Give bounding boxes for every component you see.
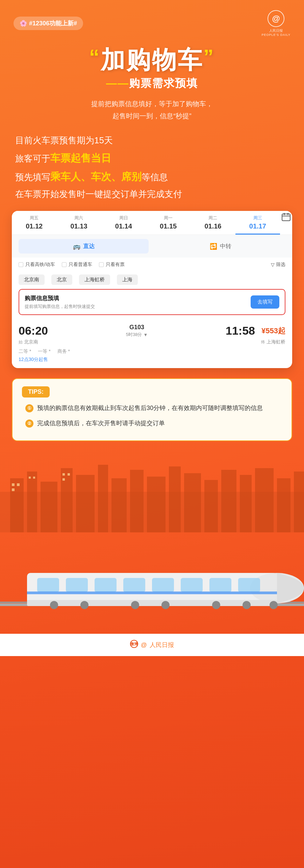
calendar-icon[interactable] (280, 211, 292, 223)
svg-rect-22 (12, 483, 15, 486)
svg-rect-12 (130, 470, 144, 532)
train-main-row: 06:20 G103 5时38分 ▼ 11:58 ¥553起 (19, 324, 285, 338)
dropdown-icon[interactable]: ▼ (143, 332, 148, 337)
svg-rect-10 (98, 465, 108, 532)
tab-row: 🚌 直达 🔁 中转 (12, 235, 292, 258)
logo-at-icon: @ (272, 14, 280, 23)
tip-number-1: ① (25, 404, 33, 412)
hero-desc-line1: 提前把购票信息填好，等于加了购物车， (91, 100, 213, 107)
page-header: 🌸 #12306功能上新# @ 人民日报 PEOPLE'S DAILY (0, 0, 304, 40)
svg-rect-7 (41, 482, 57, 532)
svg-rect-20 (277, 478, 290, 532)
svg-rect-39 (152, 578, 174, 592)
svg-rect-34 (27, 600, 277, 606)
date-item-3[interactable]: 周一 01.15 (146, 211, 191, 235)
train-depart-time: 06:20 (19, 324, 52, 337)
prefill-button[interactable]: 去填写 (251, 295, 279, 309)
info-line-3: 预先填写乘车人、车次、席别等信息 (15, 169, 289, 184)
filter-regular[interactable]: 只看普通车 (62, 262, 92, 268)
svg-rect-40 (181, 578, 203, 592)
svg-rect-21 (294, 472, 304, 532)
depart-label: 始 (19, 340, 23, 344)
quote-open: “ (89, 45, 101, 68)
train-arrive-time: 11:58 (221, 324, 255, 337)
bottom-footer: 微博 @ 人民日报 (0, 634, 304, 656)
seat-first: 一等 * (38, 348, 50, 355)
filter-highspeed[interactable]: 只看高铁/动车 (19, 262, 55, 268)
logo-badge: @ 人民日报 PEOPLE'S DAILY (261, 10, 290, 37)
svg-rect-16 (204, 480, 218, 532)
main-title-text: 加购物车 (101, 46, 203, 73)
tab-transfer[interactable]: 🔁 中转 (155, 239, 285, 254)
train-image-area (0, 532, 304, 634)
date-row: 周五 01.12 周六 01.13 周日 01.14 周一 01.15 周二 0… (12, 211, 292, 235)
checkbox-available[interactable] (99, 262, 104, 267)
train-info: 06:20 G103 5时38分 ▼ 11:58 ¥553起 始 北京南 终 上… (12, 320, 292, 368)
station-beijing-south[interactable]: 北京南 (19, 274, 45, 285)
svg-rect-6 (27, 472, 37, 532)
train-price: ¥553起 (255, 326, 285, 336)
train-stations-row: 始 北京南 终 上海虹桥 (19, 339, 285, 345)
hashtag-text: #12306功能上新# (29, 19, 77, 27)
info-line3-highlight: 乘车人、车次、席别 (50, 171, 142, 182)
filter-highspeed-label: 只看高铁/动车 (25, 262, 55, 268)
date-number-3: 01.15 (160, 222, 177, 230)
svg-rect-1 (284, 213, 285, 215)
date-number-0: 01.12 (26, 222, 43, 230)
svg-rect-18 (240, 475, 252, 532)
sale-time: 12点30分起售 (19, 357, 285, 363)
station-shanghai[interactable]: 上海 (117, 274, 138, 285)
prefill-info: 购票信息预填 提前填写购票信息，起售时快速提交 (25, 294, 95, 310)
svg-rect-19 (255, 468, 274, 532)
filter-btn-label: 筛选 (276, 262, 285, 268)
tips-header: TIPS: (22, 386, 50, 397)
date-weekday-1: 周六 (74, 215, 83, 221)
date-number-5: 01.17 (249, 222, 266, 230)
svg-rect-42 (238, 578, 260, 592)
filter-available[interactable]: 只看有票 (99, 262, 125, 268)
date-item-5[interactable]: 周三 01.17 (235, 211, 280, 235)
quote-close: ” (203, 45, 215, 68)
checkbox-highspeed[interactable] (19, 262, 23, 267)
svg-rect-17 (221, 470, 236, 532)
logo-sub: PEOPLE'S DAILY (261, 33, 290, 37)
svg-rect-0 (282, 214, 290, 221)
cherry-blossom-icon: 🌸 (20, 20, 27, 27)
seat-business: 商务 * (57, 348, 70, 355)
station-beijing[interactable]: 北京 (51, 274, 72, 285)
date-item-4[interactable]: 周二 01.16 (191, 211, 235, 235)
tab-transfer-label: 中转 (220, 242, 231, 250)
svg-rect-5 (10, 478, 24, 532)
train-number: G103 (129, 324, 144, 331)
svg-rect-13 (147, 477, 166, 532)
filter-icon: ▽ (271, 262, 275, 267)
arrive-station: 终 上海虹桥 (252, 339, 285, 345)
svg-rect-26 (33, 477, 35, 479)
depart-station-name: 北京南 (24, 339, 38, 344)
date-number-2: 01.14 (115, 222, 132, 230)
svg-rect-41 (209, 578, 231, 592)
prefill-banner: 购票信息预填 提前填写购票信息，起售时快速提交 去填写 (19, 289, 285, 315)
date-item-0[interactable]: 周五 01.12 (12, 211, 56, 235)
svg-rect-14 (169, 466, 181, 532)
svg-rect-25 (29, 477, 31, 479)
hero-desc-line2: 起售时间一到，信息“秒提” (112, 112, 191, 120)
ticket-card: 周五 01.12 周六 01.13 周日 01.14 周一 01.15 周二 0… (12, 211, 292, 368)
city-skyline (0, 451, 304, 532)
station-shanghai-hongqiao[interactable]: 上海虹桥 (79, 274, 110, 285)
svg-text:微博: 微博 (130, 642, 138, 646)
tab-direct[interactable]: 🚌 直达 (19, 239, 149, 254)
date-weekday-0: 周五 (30, 215, 39, 221)
info-line-2: 旅客可于车票起售当日 (15, 150, 289, 166)
hero-subtitle: ——购票需求预填 (14, 76, 290, 91)
arrive-label: 终 (261, 340, 265, 344)
filter-btn[interactable]: ▽ 筛选 (271, 262, 285, 268)
seat-row: 二等 * 一等 * 商务 * (19, 348, 285, 355)
svg-rect-2 (287, 213, 288, 215)
date-number-4: 01.16 (204, 222, 221, 230)
arrive-station-name: 上海虹桥 (267, 339, 285, 344)
date-item-2[interactable]: 周日 01.14 (101, 211, 146, 235)
date-item-1[interactable]: 周六 01.13 (56, 211, 101, 235)
checkbox-regular[interactable] (62, 262, 67, 267)
info-line3-prefix: 预先填写 (15, 172, 50, 182)
